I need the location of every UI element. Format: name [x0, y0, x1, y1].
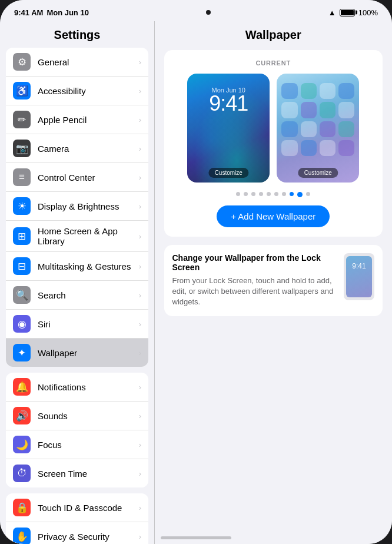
notifications-icon: 🔔 — [13, 378, 31, 396]
wallpaper-label: Wallpaper — [38, 348, 77, 358]
sounds-label: Sounds — [38, 411, 68, 421]
apple-pencil-icon: ✏ — [13, 111, 31, 128]
touchid-label: Touch ID & Passcode — [38, 503, 122, 513]
siri-chevron: › — [139, 320, 141, 329]
app-icon-3 — [320, 83, 335, 99]
time: 9:41 AM — [14, 8, 43, 17]
sidebar-item-siri[interactable]: ◉Siri› — [6, 310, 148, 339]
sidebar-item-accessibility[interactable]: ♿Accessibility› — [6, 77, 148, 105]
home-screen-chevron: › — [139, 232, 141, 241]
sidebar-item-general[interactable]: ⚙General› — [6, 48, 148, 77]
sidebar-item-focus[interactable]: 🌙Focus› — [6, 430, 148, 459]
screen-time-chevron: › — [139, 469, 141, 478]
app-icon-4 — [338, 83, 354, 99]
battery-percent: 100% — [358, 8, 378, 17]
privacy-label: Privacy & Security — [38, 532, 109, 542]
settings-group-group1: ⚙General›♿Accessibility›✏Apple Pencil›📷C… — [6, 48, 148, 367]
accessibility-label: Accessibility — [38, 86, 86, 96]
home-screen-preview[interactable]: Customize — [277, 74, 359, 183]
pagination-dot-4[interactable] — [267, 192, 271, 196]
sidebar-item-camera[interactable]: 📷Camera› — [6, 134, 148, 163]
info-title: Change your Wallpaper from the Lock Scre… — [172, 253, 336, 272]
ipad-frame: 9:41 AM Mon Jun 10 ▲ 100% Settings ⚙Gene… — [0, 0, 392, 544]
mini-time: 9:41 — [346, 262, 372, 270]
home-customize-btn[interactable]: Customize — [298, 168, 338, 178]
app-icon-16 — [338, 140, 354, 156]
app-icon-11 — [320, 121, 335, 137]
focus-label: Focus — [38, 440, 62, 450]
pagination-dot-3[interactable] — [259, 192, 263, 196]
home-screen-label: Home Screen & App Library — [38, 226, 139, 246]
app-icon-10 — [301, 121, 317, 137]
control-center-chevron: › — [139, 173, 141, 182]
notifications-label: Notifications — [38, 382, 86, 392]
pagination-dot-7[interactable] — [290, 192, 294, 196]
wallpaper-previews: Mon Jun 10 9:41 Customize — [174, 74, 374, 183]
sidebar-item-home-screen[interactable]: ⊞Home Screen & App Library› — [6, 221, 148, 252]
app-icon-7 — [320, 102, 335, 118]
accessibility-icon: ♿ — [13, 82, 31, 99]
pagination-dot-9[interactable] — [306, 192, 310, 196]
sidebar-title: Settings — [0, 21, 154, 48]
touchid-chevron: › — [139, 503, 141, 512]
add-wallpaper-button[interactable]: + Add New Wallpaper — [217, 205, 330, 227]
battery-fill — [341, 10, 354, 15]
status-left: 9:41 AM Mon Jun 10 — [14, 8, 89, 17]
focus-icon: 🌙 — [13, 436, 31, 453]
home-screen-icon: ⊞ — [13, 227, 31, 245]
privacy-icon: ✋ — [13, 528, 31, 544]
sidebar-item-search[interactable]: 🔍Search› — [6, 281, 148, 310]
siri-icon: ◉ — [13, 315, 31, 333]
date: Mon Jun 10 — [46, 8, 89, 17]
lock-customize-btn[interactable]: Customize — [209, 168, 248, 178]
sidebar-item-notifications[interactable]: 🔔Notifications› — [6, 373, 148, 402]
accessibility-chevron: › — [139, 87, 141, 95]
right-panel[interactable]: Wallpaper CURRENT Mon Jun 10 9:41 Custom… — [155, 21, 393, 544]
panel-title: Wallpaper — [164, 21, 383, 50]
sidebar-item-screen-time[interactable]: ⏱Screen Time› — [6, 459, 148, 487]
sidebar-item-sounds[interactable]: 🔊Sounds› — [6, 402, 148, 430]
multitasking-label: Multitasking & Gestures — [38, 261, 131, 271]
touchid-icon: 🔒 — [13, 499, 31, 516]
multitasking-chevron: › — [139, 262, 141, 271]
app-icon-8 — [338, 102, 354, 118]
general-label: General — [38, 57, 69, 67]
pagination-dot-6[interactable] — [282, 192, 286, 196]
sidebar-item-privacy[interactable]: ✋Privacy & Security› — [6, 522, 148, 544]
wallpaper-icon: ✦ — [13, 344, 31, 361]
pagination-dot-0[interactable] — [236, 192, 240, 196]
sidebar-item-multitasking[interactable]: ⊟Multitasking & Gestures› — [6, 252, 148, 281]
sounds-icon: 🔊 — [13, 407, 31, 424]
sidebar-item-touchid[interactable]: 🔒Touch ID & Passcode› — [6, 493, 148, 522]
mini-device: 9:41 — [344, 253, 374, 300]
camera-chevron: › — [139, 144, 141, 153]
app-icon-5 — [281, 102, 297, 118]
app-icon-1 — [281, 83, 297, 99]
sidebar-item-wallpaper[interactable]: ✦Wallpaper› — [6, 339, 148, 367]
lock-screen-bg: Mon Jun 10 9:41 Customize — [187, 74, 270, 183]
app-icon-9 — [281, 121, 297, 137]
info-desc: From your Lock Screen, touch and hold to… — [172, 276, 336, 308]
sidebar-list[interactable]: ⚙General›♿Accessibility›✏Apple Pencil›📷C… — [0, 48, 154, 544]
sounds-chevron: › — [139, 412, 141, 420]
sidebar-item-apple-pencil[interactable]: ✏Apple Pencil› — [6, 105, 148, 134]
search-label: Search — [38, 290, 66, 300]
current-label: CURRENT — [174, 59, 374, 67]
pagination-dots — [174, 192, 374, 197]
settings-group-group2: 🔔Notifications›🔊Sounds›🌙Focus›⏱Screen Ti… — [6, 373, 148, 487]
screen-time-icon: ⏱ — [13, 465, 31, 482]
general-icon: ⚙ — [13, 53, 31, 71]
pagination-dot-8[interactable] — [297, 192, 303, 197]
sidebar-item-display[interactable]: ☀Display & Brightness› — [6, 192, 148, 221]
pagination-dot-5[interactable] — [274, 192, 278, 196]
mini-device-screen: 9:41 — [346, 256, 372, 297]
display-chevron: › — [139, 202, 141, 211]
sidebar-item-control-center[interactable]: ≡Control Center› — [6, 163, 148, 192]
lock-screen-preview[interactable]: Mon Jun 10 9:41 Customize — [187, 74, 270, 183]
app-icon-2 — [301, 83, 317, 99]
camera-label: Camera — [38, 144, 69, 154]
pagination-dot-2[interactable] — [251, 192, 255, 196]
multitasking-icon: ⊟ — [13, 257, 31, 275]
status-right: ▲ 100% — [328, 8, 378, 17]
pagination-dot-1[interactable] — [244, 192, 248, 196]
